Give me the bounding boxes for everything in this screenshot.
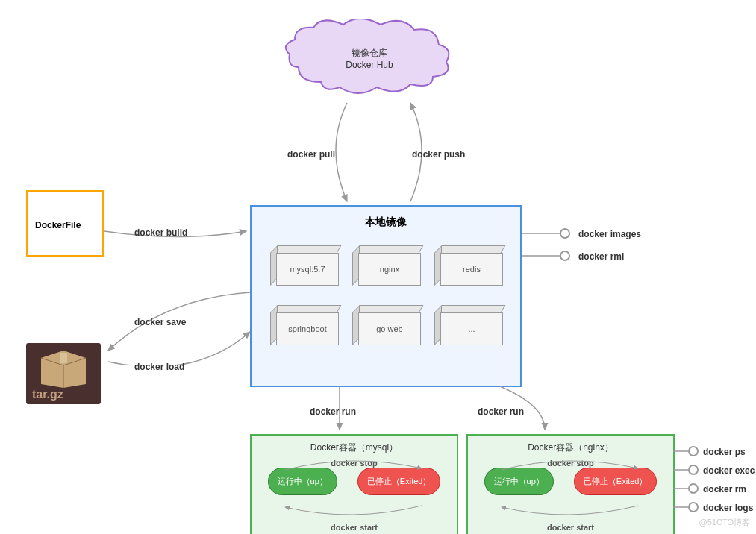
image-label: ... (440, 312, 503, 345)
watermark: @51CTO博客 (699, 517, 750, 528)
cmd-exec: docker exec (703, 465, 755, 476)
cmd-rm: docker rm (703, 484, 746, 494)
targz-label: tar.gz (32, 388, 63, 401)
cmd-images: docker images (578, 229, 641, 239)
container-mysql: Docker容器（mysql） docker stop 运行中（up） 已停止（… (250, 434, 458, 534)
image-label: go web (358, 312, 421, 345)
cmd-save: docker save (134, 317, 186, 327)
dot-icon (688, 446, 699, 456)
cmd-start: docker start (252, 523, 457, 532)
targz-box: tar.gz (26, 343, 101, 404)
image-label: redis (440, 253, 503, 286)
svg-rect-0 (60, 353, 67, 363)
local-images-box: 本地镜像 mysql:5.7nginxredisspringbootgo web… (250, 205, 522, 387)
container-nginx: Docker容器（nginx） docker stop 运行中（up） 已停止（… (466, 434, 675, 534)
image-box: redis (434, 245, 502, 290)
image-box: mysql:5.7 (270, 245, 337, 290)
registry-cloud: 镜像仓库 Docker Hub (284, 19, 455, 101)
cmd-build: docker build (134, 227, 187, 238)
local-images-title: 本地镜像 (252, 207, 520, 238)
cmd-load: docker load (134, 362, 184, 372)
image-label: mysql:5.7 (276, 253, 339, 286)
dot-icon (688, 483, 699, 494)
image-box: go web (352, 305, 419, 350)
cmd-ps: docker ps (703, 447, 746, 457)
dot-icon (560, 228, 570, 239)
cmd-run-1: docker run (310, 406, 356, 417)
cmd-push: docker push (412, 149, 465, 160)
cmd-start: docker start (468, 523, 673, 532)
dot-icon (688, 502, 699, 512)
cloud-line1: 镜像仓库 (284, 47, 455, 60)
dockerfile-label: DockerFile (35, 220, 81, 230)
image-box: springboot (270, 305, 337, 350)
image-box: ... (434, 305, 502, 350)
cmd-pull: docker pull (287, 149, 335, 160)
image-box: nginx (352, 245, 419, 290)
dot-icon (560, 251, 570, 261)
cmd-run-2: docker run (478, 406, 524, 417)
image-label: nginx (358, 253, 421, 286)
image-label: springboot (276, 312, 339, 345)
dot-icon (688, 465, 699, 475)
dockerfile-box: DockerFile (26, 190, 104, 257)
cloud-line2: Docker Hub (284, 60, 455, 70)
cmd-rmi: docker rmi (578, 251, 624, 262)
cmd-logs: docker logs (703, 503, 753, 513)
